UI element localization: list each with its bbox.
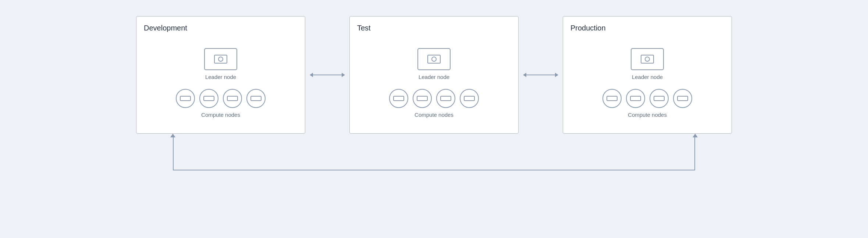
production-leader-wrap: Leader node [631,48,664,80]
camera-lens-test [431,57,437,62]
test-content: Leader node Compute nodes [357,40,511,126]
test-compute-wrap: Compute nodes [389,89,479,118]
development-leader-label: Leader node [205,74,236,80]
top-row: Development Leader node [29,16,839,134]
compute-icon [626,89,645,108]
camera-body-prod [641,55,654,64]
development-compute-label: Compute nodes [201,112,240,118]
production-compute-wrap: Compute nodes [602,89,692,118]
compute-icon [413,89,432,108]
compute-inner [250,96,262,101]
u-shape-arrow [132,137,736,170]
u-arrow-up-left [170,134,175,137]
compute-icon [650,89,669,108]
bottom-arrow-area [29,137,839,181]
development-box: Development Leader node [136,16,305,134]
compute-inner [227,96,238,101]
test-box: Test Leader node [349,16,519,134]
development-compute-wrap: Compute nodes [176,89,266,118]
compute-icon [389,89,408,108]
compute-inner [203,96,214,101]
test-title: Test [357,24,371,32]
production-compute-row [602,89,692,108]
compute-inner [654,96,665,101]
test-leader-icon [417,48,451,70]
compute-inner [180,96,191,101]
compute-icon [176,89,195,108]
compute-inner [440,96,451,101]
production-content: Leader node Compute nodes [570,40,724,126]
production-title: Production [570,24,606,32]
development-title: Development [144,24,187,32]
development-content: Leader node Compute nodes [144,40,298,126]
compute-icon [199,89,218,108]
h-arrow-line-2 [526,75,555,75]
compute-icon [673,89,692,108]
u-horiz [173,170,695,170]
compute-inner [677,96,688,101]
camera-lens-dev [218,57,223,62]
compute-inner [393,96,404,101]
production-leader-icon [631,48,664,70]
test-leader-wrap: Leader node [417,48,451,80]
development-compute-row [176,89,266,108]
test-leader-label: Leader node [419,74,449,80]
compute-icon [460,89,479,108]
compute-inner [630,96,641,101]
development-leader-wrap: Leader node [204,48,237,80]
compute-icon [246,89,266,108]
camera-body-test [427,55,441,64]
test-compute-label: Compute nodes [415,112,453,118]
arrow-test-prod [519,75,563,75]
compute-inner [606,96,618,101]
test-compute-row [389,89,479,108]
compute-inner [464,96,475,101]
h-arrow-line-1 [313,75,342,75]
u-right-vert [694,137,695,170]
arrow-dev-test [305,75,349,75]
u-arrow-up-right [693,134,698,137]
compute-icon [223,89,242,108]
compute-inner [417,96,428,101]
compute-icon [436,89,455,108]
production-compute-label: Compute nodes [628,112,667,118]
development-leader-icon [204,48,237,70]
camera-lens-prod [645,57,650,62]
diagram-container: Development Leader node [29,16,839,222]
u-left-vert [173,137,174,170]
camera-body-dev [214,55,227,64]
production-box: Production Leader node [563,16,732,134]
compute-icon [602,89,622,108]
production-leader-label: Leader node [632,74,663,80]
